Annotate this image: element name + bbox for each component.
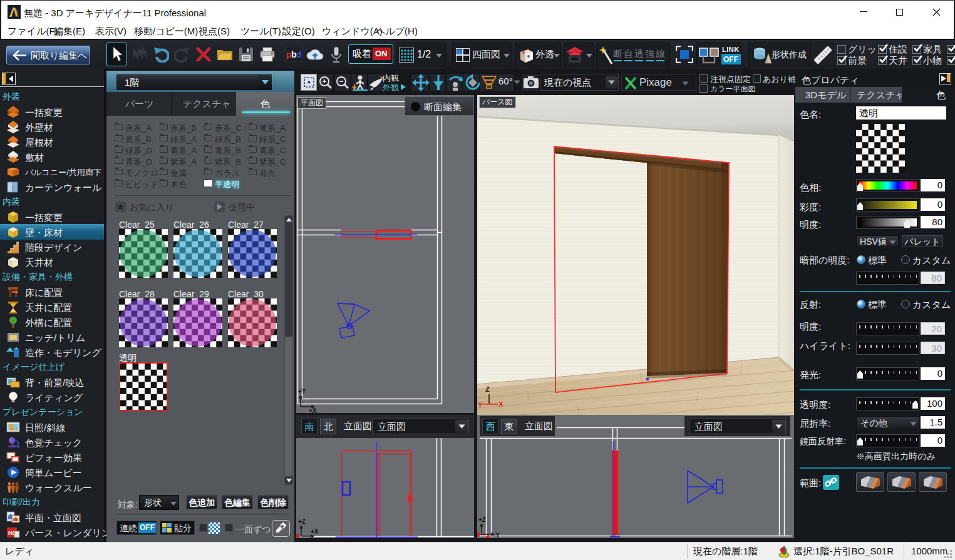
svg-text:d: d <box>296 49 302 59</box>
svg-text:+X: +X <box>309 407 317 413</box>
svg-text:Y: Y <box>478 401 483 409</box>
svg-text:+Z: +Z <box>478 516 486 523</box>
svg-text:Z: Z <box>485 385 490 393</box>
svg-text:+Z: +Z <box>298 518 306 525</box>
svg-text:-Y: -Y <box>493 532 500 538</box>
svg-text:+Y: +Y <box>298 388 306 395</box>
svg-text:X: X <box>498 400 503 408</box>
svg-text:+X: +X <box>311 528 319 535</box>
